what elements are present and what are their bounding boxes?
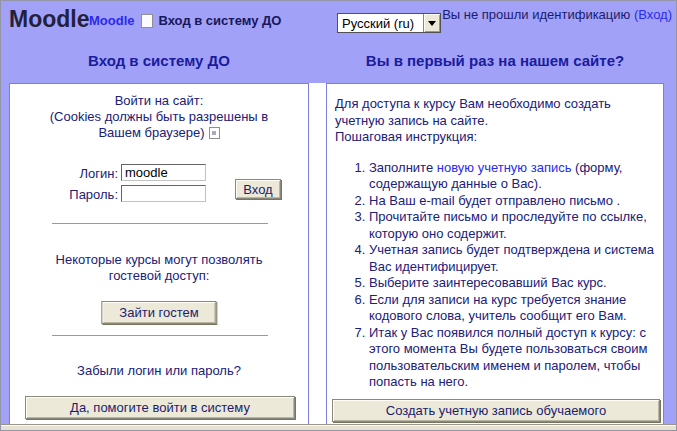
breadcrumb: Moodle Вход в систему ДО xyxy=(89,13,281,28)
step-item: Учетная запись будет подтверждена и сист… xyxy=(369,242,657,275)
step-item: Выберите заинтересовавший Вас курс. xyxy=(369,275,657,292)
dropdown-button[interactable] xyxy=(423,14,440,32)
step-text: На Ваш e-mail будет отправлено письмо . xyxy=(369,193,620,208)
login-intro-line3: Вашем браузере) xyxy=(98,125,204,140)
language-select[interactable]: Русский (ru) xyxy=(337,13,441,33)
step-item: Итак у Вас появился полный доступ к курс… xyxy=(369,325,657,391)
username-label: Логин: xyxy=(10,166,118,182)
moodle-login-page: Moodle Moodle Вход в систему ДО Русский … xyxy=(0,0,677,431)
breadcrumb-current: Вход в систему ДО xyxy=(159,13,282,28)
password-label: Пароль: xyxy=(10,187,118,203)
forgot-password-button[interactable]: Да, помогите войти в систему xyxy=(25,396,295,419)
divider xyxy=(52,223,268,224)
auth-status: Вы не прошли идентификацию (Вход) xyxy=(442,7,672,22)
auth-status-text: Вы не прошли идентификацию xyxy=(442,7,634,22)
new-account-link[interactable]: новую учетную запись xyxy=(437,160,572,175)
step-text: Если для записи на курс требуется знание… xyxy=(369,292,627,324)
login-intro-line1: Войти на сайт: xyxy=(115,93,204,108)
login-heading: Вход в систему ДО xyxy=(9,52,309,69)
guest-access-text: Некоторые курсы могут позволять гостевой… xyxy=(10,252,308,284)
forgot-password-text: Забыли логин или пароль? xyxy=(10,363,308,379)
step-item: Если для записи на курс требуется знание… xyxy=(369,292,657,325)
signup-panel: Для доступа к курсу Вам необходимо созда… xyxy=(326,83,664,425)
signup-intro-text2: Пошаговая инструкция: xyxy=(335,129,477,144)
breadcrumb-home-link[interactable]: Moodle xyxy=(89,13,135,28)
guest-text-line2: гостевой доступ: xyxy=(109,268,210,283)
step-text: Выберите заинтересовавший Вас курс. xyxy=(369,275,607,290)
step-text: Заполните xyxy=(369,160,437,175)
step-item: На Ваш e-mail будет отправлено письмо . xyxy=(369,193,657,210)
login-panel: Войти на сайт: (Cookies должны быть разр… xyxy=(9,83,309,425)
step-text: Итак у Вас появился полный доступ к курс… xyxy=(369,325,647,390)
site-logo: Moodle xyxy=(9,6,90,33)
divider xyxy=(52,335,268,336)
chevron-down-icon xyxy=(428,21,436,26)
broken-image-icon xyxy=(141,14,153,28)
bottom-strip xyxy=(1,424,677,431)
guest-text-line1: Некоторые курсы могут позволять xyxy=(56,252,263,267)
login-intro: Войти на сайт: (Cookies должны быть разр… xyxy=(10,93,308,141)
step-item: Прочитайте письмо и проследуйте по ссылк… xyxy=(369,209,657,242)
signup-heading: Вы в первый раз на нашем сайте? xyxy=(326,52,664,69)
step-item: Заполните новую учетную запись (форму, с… xyxy=(369,160,657,193)
login-intro-line2: (Cookies должны быть разрешены в xyxy=(50,109,268,124)
help-icon[interactable] xyxy=(209,127,220,139)
login-link[interactable]: (Вход) xyxy=(634,7,672,22)
signup-intro-text: Для доступа к курсу Вам необходимо созда… xyxy=(335,96,611,128)
signup-steps: Заполните новую учетную запись (форму, с… xyxy=(327,160,657,391)
password-input[interactable] xyxy=(121,185,206,202)
login-button[interactable]: Вход xyxy=(235,179,281,199)
signup-intro: Для доступа к курсу Вам необходимо созда… xyxy=(335,96,657,146)
step-text: Учетная запись будет подтверждена и сист… xyxy=(369,242,654,274)
create-account-button[interactable]: Создать учетную запись обучаемого xyxy=(332,399,660,422)
step-text: Прочитайте письмо и проследуйте по ссылк… xyxy=(369,209,647,241)
guest-login-button[interactable]: Зайти гостем xyxy=(101,301,216,324)
username-input[interactable] xyxy=(121,164,206,181)
language-select-value: Русский (ru) xyxy=(338,14,423,32)
